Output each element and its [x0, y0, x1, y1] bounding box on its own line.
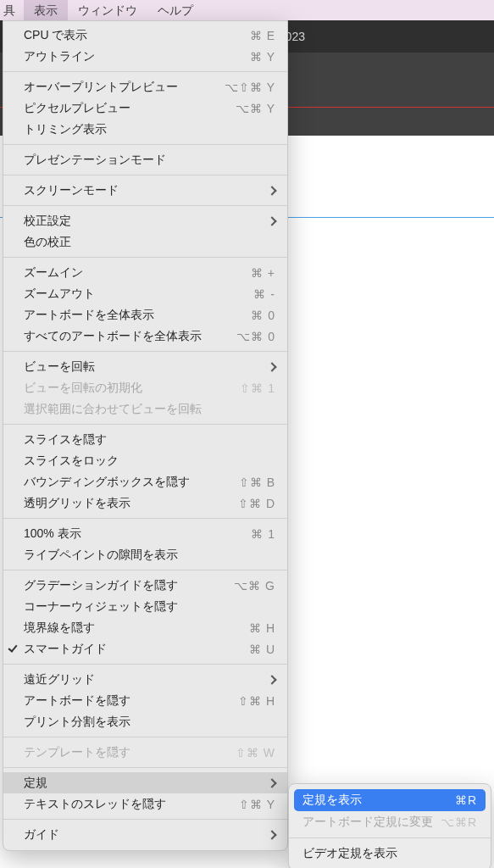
menu-item[interactable]: スマートガイド⌘ U	[3, 638, 287, 659]
menu-item-label: スライスを隠す	[24, 432, 275, 448]
submenu-item-label: 定規を表示	[303, 793, 455, 808]
menu-item-shortcut: ⇧⌘ H	[238, 694, 275, 708]
chevron-right-icon	[267, 186, 276, 195]
submenu-item-label: ビデオ定規を表示	[303, 846, 477, 861]
menu-item-shortcut: ⌘ +	[251, 266, 275, 280]
menu-separator	[3, 664, 287, 665]
menu-item[interactable]: テキストのスレッドを隠す⇧⌘ Y	[3, 793, 287, 815]
menu-item-label: 遠近グリッド	[24, 672, 269, 687]
menu-item-label: アートボードを全体表示	[24, 308, 251, 323]
menu-item-label: スマートガイド	[24, 642, 249, 657]
menu-item-label: テンプレートを隠す	[24, 745, 236, 760]
menu-separator	[3, 175, 287, 175]
menubar: 具表示ウィンドウヘルプ	[0, 0, 494, 20]
menu-separator	[3, 570, 287, 570]
menu-item[interactable]: 校正設定	[3, 210, 287, 231]
chevron-right-icon	[267, 675, 276, 684]
menu-item-label: 透明グリッドを表示	[24, 496, 238, 511]
menu-item: ビューを回転の初期化⇧⌘ 1	[3, 377, 287, 398]
menu-item-label: テキストのスレッドを隠す	[24, 797, 239, 812]
menu-item-shortcut: ⌥⌘ 0	[236, 330, 275, 343]
chevron-right-icon	[267, 830, 276, 839]
menu-item-shortcut: ⌘ E	[250, 29, 275, 42]
menu-separator	[3, 424, 287, 425]
menubar-item[interactable]: 表示	[24, 0, 68, 20]
menu-item-label: トリミング表示	[24, 122, 275, 137]
menu-item-shortcut: ⌥⌘ Y	[236, 102, 275, 115]
menu-item-shortcut: ⌘ Y	[250, 50, 275, 64]
menu-item-label: 色の校正	[24, 235, 275, 250]
menu-item-shortcut: ⌘ 1	[251, 527, 275, 541]
menu-separator	[3, 257, 287, 258]
menubar-item[interactable]: ヘルプ	[147, 0, 203, 20]
menu-separator	[3, 144, 287, 145]
menu-separator	[3, 819, 287, 820]
menu-item[interactable]: プレゼンテーションモード	[3, 149, 287, 170]
chevron-right-icon	[267, 216, 276, 225]
menu-item[interactable]: ズームアウト⌘ -	[3, 283, 287, 304]
menu-item[interactable]: アウトライン⌘ Y	[3, 46, 287, 67]
menu-item[interactable]: ライブペイントの隙間を表示	[3, 544, 287, 565]
submenu-item[interactable]: ビデオ定規を表示	[289, 843, 491, 865]
menu-separator	[3, 767, 287, 768]
menu-item[interactable]: スライスをロック	[3, 450, 287, 471]
menu-separator	[3, 518, 287, 519]
menu-item[interactable]: スライスを隠す	[3, 429, 287, 450]
menu-item: 選択範囲に合わせてビューを回転	[3, 398, 287, 420]
menu-item[interactable]: 定規	[3, 772, 287, 793]
menu-item[interactable]: ピクセルプレビュー⌥⌘ Y	[3, 97, 287, 119]
menu-item[interactable]: プリント分割を表示	[3, 711, 287, 732]
menu-item-label: CPU で表示	[24, 28, 250, 43]
menu-item[interactable]: コーナーウィジェットを隠す	[3, 596, 287, 617]
menubar-item[interactable]: 具	[0, 0, 24, 20]
menu-item[interactable]: アートボードを隠す⇧⌘ H	[3, 690, 287, 711]
chevron-right-icon	[267, 778, 276, 787]
menu-item[interactable]: バウンディングボックスを隠す⇧⌘ B	[3, 471, 287, 492]
menu-item[interactable]: ズームイン⌘ +	[3, 262, 287, 283]
menu-item-label: ズームイン	[24, 265, 251, 281]
menubar-item[interactable]: ウィンドウ	[68, 0, 147, 20]
menu-item[interactable]: CPU で表示⌘ E	[3, 25, 287, 46]
menu-item[interactable]: ビューを回転	[3, 356, 287, 377]
menu-item-shortcut: ⇧⌘ Y	[239, 798, 275, 811]
menu-item-label: スクリーンモード	[24, 183, 269, 198]
menu-item-shortcut: ⇧⌘ 1	[240, 381, 275, 395]
menu-item-label: 定規	[24, 776, 269, 791]
submenu-item-label: アートボード定規に変更	[303, 815, 441, 830]
menu-item[interactable]: オーバープリントプレビュー⌥⇧⌘ Y	[3, 76, 287, 97]
menu-separator	[289, 837, 491, 838]
menu-item[interactable]: 色の校正	[3, 231, 287, 253]
menu-item[interactable]: トリミング表示	[3, 119, 287, 140]
menu-item[interactable]: 透明グリッドを表示⇧⌘ D	[3, 492, 287, 514]
checkmark-icon	[8, 643, 17, 653]
menu-item-label: アウトライン	[24, 49, 250, 64]
menu-item[interactable]: 100% 表示⌘ 1	[3, 523, 287, 544]
menu-item[interactable]: 境界線を隠す⌘ H	[3, 617, 287, 638]
menu-item-shortcut: ⌘ H	[249, 621, 275, 635]
menu-item[interactable]: ガイド	[3, 824, 287, 845]
menu-separator	[3, 205, 287, 206]
menu-item[interactable]: 遠近グリッド	[3, 669, 287, 690]
menu-item-label: 校正設定	[24, 214, 269, 229]
menu-item[interactable]: スクリーンモード	[3, 180, 287, 201]
menu-item-label: 境界線を隠す	[24, 620, 249, 636]
menu-item-label: ライブペイントの隙間を表示	[24, 548, 275, 563]
menu-item-label: オーバープリントプレビュー	[24, 80, 225, 95]
submenu-item[interactable]: 定規を表示⌘R	[294, 789, 486, 811]
menu-separator	[3, 71, 287, 72]
menu-item-label: プレゼンテーションモード	[24, 153, 275, 168]
menu-item[interactable]: グラデーションガイドを隠す⌥⌘ G	[3, 575, 287, 596]
chevron-right-icon	[267, 362, 276, 371]
submenu-item-shortcut: ⌘R	[455, 793, 477, 807]
menu-item-label: コーナーウィジェットを隠す	[24, 599, 275, 615]
menu-item-shortcut: ⌥⇧⌘ Y	[225, 81, 275, 94]
menu-separator	[3, 351, 287, 352]
menu-item-shortcut: ⌘ 0	[251, 309, 275, 322]
submenu-item: アートボード定規に変更⌥⌘R	[289, 811, 491, 833]
menu-item[interactable]: すべてのアートボードを全体表示⌥⌘ 0	[3, 326, 287, 347]
menu-item-shortcut: ⌘ -	[253, 287, 275, 301]
rulers-submenu: 定規を表示⌘Rアートボード定規に変更⌥⌘Rビデオ定規を表示	[288, 783, 491, 868]
menu-item-label: スライスをロック	[24, 453, 275, 469]
menu-item-label: 選択範囲に合わせてビューを回転	[24, 402, 275, 417]
menu-item[interactable]: アートボードを全体表示⌘ 0	[3, 304, 287, 326]
